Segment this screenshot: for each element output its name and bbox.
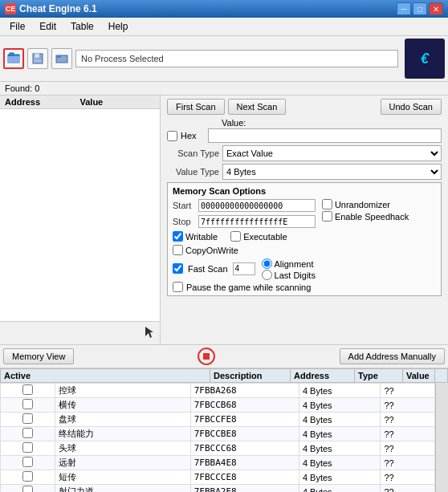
stop-scan-button[interactable]: [198, 348, 215, 365]
window-controls: ─ □ ✕: [397, 2, 443, 15]
row-active-checkbox[interactable]: [22, 486, 33, 492]
ce-logo: €: [405, 39, 445, 79]
start-input[interactable]: [198, 199, 316, 212]
row-active-checkbox[interactable]: [22, 413, 33, 424]
next-scan-button[interactable]: Next Scan: [228, 99, 287, 115]
menu-file[interactable]: File: [3, 19, 31, 34]
results-data-table: 控球 7FBBA268 4 Bytes ?? 横传 7FBCCB68 4 Byt…: [0, 383, 435, 492]
main-content: Address Value First Scan Next Scan Undo …: [0, 96, 448, 344]
row-address: 7FBBA2E8: [190, 485, 299, 493]
row-type: 4 Bytes: [299, 470, 380, 485]
row-address: 7FBCCFE8: [190, 413, 299, 427]
fast-scan-alignment-row: Fast Scan Alignment Last Digits: [173, 258, 316, 280]
executable-checkbox[interactable]: [230, 231, 241, 242]
add-address-manually-button[interactable]: Add Address Manually: [340, 348, 445, 364]
scan-range-section: Start Stop Writable: [173, 199, 316, 280]
first-scan-button[interactable]: First Scan: [167, 99, 225, 115]
scan-buttons-row: First Scan Next Scan Undo Scan: [167, 99, 442, 115]
open-process-button[interactable]: [3, 48, 24, 69]
value-section-label: Value:: [167, 118, 442, 128]
address-list-body[interactable]: [0, 109, 160, 321]
alignment-radio[interactable]: [262, 258, 272, 269]
col-address-header: Address: [5, 97, 80, 107]
fast-scan-checkbox[interactable]: [173, 263, 183, 274]
col-address-header: Address: [291, 369, 355, 383]
stop-label: Stop: [173, 217, 195, 226]
row-address: 7FBCCBE8: [190, 427, 299, 441]
writable-label: Writable: [173, 231, 218, 242]
close-button[interactable]: ✕: [429, 2, 443, 15]
fast-scan-value-input[interactable]: [233, 262, 255, 275]
range-and-checks: Start Stop Writable: [173, 199, 436, 280]
scrollbar-col-header: [435, 369, 448, 383]
memory-view-button[interactable]: Memory View: [3, 348, 74, 364]
row-description: 远射: [55, 456, 190, 470]
value-input[interactable]: [208, 128, 442, 143]
maximize-button[interactable]: □: [413, 2, 427, 15]
load-button[interactable]: [51, 48, 72, 69]
found-count: Found: 0: [0, 82, 448, 96]
address-list-header: Address Value: [0, 96, 160, 109]
stop-input[interactable]: [198, 215, 316, 228]
stop-icon: [203, 353, 210, 360]
copyonwrite-checkbox[interactable]: [173, 245, 183, 255]
save-button[interactable]: [27, 48, 48, 69]
right-checks: Unrandomizer Enable Speedhack: [322, 199, 409, 222]
unrandomizer-checkbox[interactable]: [322, 199, 332, 209]
table-row: 短传 7FBCCCE8 4 Bytes ??: [1, 470, 435, 485]
last-digits-radio[interactable]: [262, 270, 272, 280]
row-address: 7FBCCCE8: [190, 470, 299, 485]
row-active-checkbox[interactable]: [22, 471, 33, 482]
svg-rect-2: [10, 53, 14, 55]
row-description: 短传: [55, 470, 190, 485]
menu-help[interactable]: Help: [102, 19, 135, 34]
row-active-checkbox[interactable]: [22, 399, 33, 409]
row-active-checkbox[interactable]: [22, 428, 33, 438]
writable-exe-row: Writable Executable: [173, 231, 316, 242]
row-value: ??: [381, 427, 435, 441]
menu-bar: File Edit Table Help: [0, 18, 448, 36]
menu-table[interactable]: Table: [64, 19, 100, 34]
hex-checkbox[interactable]: [167, 131, 177, 141]
row-description: 头球: [55, 441, 190, 456]
minimize-button[interactable]: ─: [397, 2, 411, 15]
col-value-header: Value: [80, 97, 156, 107]
row-value: ??: [381, 456, 435, 470]
bottom-bar: Memory View Add Address Manually: [0, 344, 448, 368]
writable-checkbox[interactable]: [173, 231, 183, 242]
table-scroll-area[interactable]: 控球 7FBBA268 4 Bytes ?? 横传 7FBCCB68 4 Byt…: [0, 383, 448, 492]
col-type-header: Type: [355, 369, 403, 383]
row-active-checkbox[interactable]: [22, 442, 33, 453]
table-row: 远射 7FBBA4E8 4 Bytes ??: [1, 456, 435, 470]
pause-checkbox[interactable]: [173, 282, 183, 292]
row-address: 7FBBA4E8: [190, 456, 299, 470]
row-active-checkbox[interactable]: [22, 457, 33, 467]
col-active-header: Active: [1, 369, 210, 383]
hex-row: Hex: [167, 128, 442, 143]
process-selector[interactable]: No Process Selected: [75, 50, 398, 67]
row-active-checkbox[interactable]: [22, 384, 33, 395]
table-row: 终结能力 7FBCCBE8 4 Bytes ??: [1, 427, 435, 441]
title-bar: CE Cheat Engine 6.1 ─ □ ✕: [0, 0, 448, 18]
alignment-group: Alignment Last Digits: [262, 258, 316, 280]
row-address: 7FBCCC68: [190, 441, 299, 456]
row-address: 7FBCCB68: [190, 398, 299, 413]
scan-type-label: Scan Type: [167, 148, 219, 158]
svg-rect-4: [35, 54, 39, 58]
value-type-select[interactable]: 4 Bytes: [222, 164, 442, 180]
speedhack-checkbox[interactable]: [322, 211, 332, 222]
value-type-row: Value Type 4 Bytes: [167, 164, 442, 180]
memory-scan-title: Memory Scan Options: [173, 186, 436, 196]
start-range-row: Start: [173, 199, 316, 212]
start-label: Start: [173, 201, 195, 210]
copyonwrite-row: CopyOnWrite: [173, 245, 316, 255]
scrollbar[interactable]: [435, 383, 448, 492]
svg-marker-8: [145, 327, 153, 338]
pointer-icon[interactable]: [142, 325, 157, 341]
results-table-section: Active Description Address Type Value 控球…: [0, 368, 448, 492]
scan-type-select[interactable]: Exact Value: [222, 145, 442, 161]
undo-scan-button[interactable]: Undo Scan: [381, 99, 442, 115]
menu-edit[interactable]: Edit: [33, 19, 63, 34]
table-row: 头球 7FBCCC68 4 Bytes ??: [1, 441, 435, 456]
results-table: Active Description Address Type Value: [0, 368, 448, 383]
